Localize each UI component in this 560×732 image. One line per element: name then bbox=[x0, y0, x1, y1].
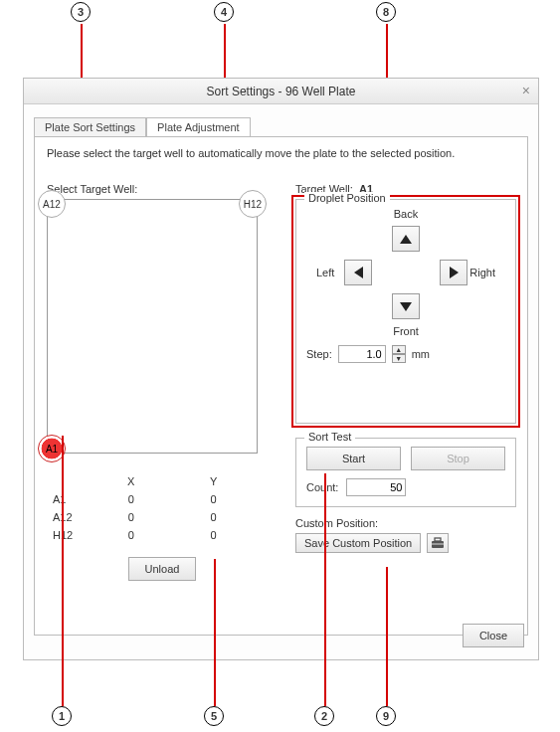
step-row: Step: ▲ ▼ mm bbox=[306, 345, 505, 363]
step-input[interactable] bbox=[338, 345, 386, 363]
save-custom-position-button[interactable]: Save Custom Position bbox=[295, 533, 421, 553]
well-a12[interactable]: A12 bbox=[38, 190, 66, 218]
unload-button[interactable]: Unload bbox=[128, 557, 197, 581]
triangle-down-icon bbox=[400, 302, 412, 311]
count-label: Count: bbox=[306, 481, 338, 493]
callout-line-9 bbox=[386, 567, 388, 706]
triangle-up-icon bbox=[400, 235, 412, 244]
sort-test-legend: Sort Test bbox=[304, 431, 355, 443]
triangle-left-icon bbox=[354, 267, 363, 278]
coord-header-y: Y bbox=[173, 473, 254, 489]
dpad-label-left: Left bbox=[316, 267, 334, 278]
instruction-text: Please select the target well to automat… bbox=[47, 147, 515, 159]
callout-3: 3 bbox=[71, 2, 91, 22]
svg-rect-1 bbox=[435, 538, 441, 541]
close-button[interactable]: Close bbox=[463, 624, 524, 647]
coordinates-table: X Y A1 0 0 A12 0 0 H12 0 bbox=[47, 471, 256, 545]
sort-test-group: Sort Test Start Stop Count: bbox=[295, 438, 516, 507]
callout-line-1 bbox=[62, 436, 64, 706]
start-button[interactable]: Start bbox=[306, 447, 401, 470]
step-spinner[interactable]: ▲ ▼ bbox=[392, 345, 406, 363]
tab-panel-plate-adjustment: Please select the target well to automat… bbox=[34, 136, 528, 636]
dpad-label-front: Front bbox=[393, 325, 419, 337]
coord-header-x: X bbox=[91, 473, 171, 489]
right-column: Target Well: A1 Droplet Position Back Fr… bbox=[295, 183, 516, 553]
callout-4: 4 bbox=[214, 2, 234, 22]
triangle-right-icon bbox=[450, 267, 459, 278]
arrow-down-button[interactable] bbox=[392, 293, 420, 319]
table-row: H12 0 0 bbox=[49, 527, 254, 543]
dialog-title: Sort Settings - 96 Well Plate bbox=[207, 85, 356, 98]
plate-diagram[interactable]: A12 H12 A1 bbox=[47, 199, 258, 454]
arrow-up-button[interactable] bbox=[392, 226, 420, 252]
arrow-left-button[interactable] bbox=[344, 260, 372, 285]
callout-line-5 bbox=[214, 559, 216, 706]
callout-2: 2 bbox=[314, 706, 334, 726]
left-column: Select Target Well: A12 H12 A1 X Y A1 0 bbox=[47, 183, 278, 581]
dpad-label-back: Back bbox=[394, 208, 418, 220]
tab-plate-sort-settings[interactable]: Plate Sort Settings bbox=[34, 117, 146, 136]
svg-rect-2 bbox=[432, 544, 444, 545]
step-up-icon[interactable]: ▲ bbox=[392, 345, 406, 354]
callout-line-2 bbox=[324, 473, 326, 706]
well-h12[interactable]: H12 bbox=[239, 190, 267, 218]
toolbox-svg-icon bbox=[431, 537, 445, 549]
tab-plate-adjustment[interactable]: Plate Adjustment bbox=[146, 117, 251, 136]
table-row: A12 0 0 bbox=[49, 509, 254, 525]
step-down-icon[interactable]: ▼ bbox=[392, 354, 406, 363]
table-row: A1 0 0 bbox=[49, 491, 254, 507]
callout-9: 9 bbox=[376, 706, 396, 726]
callout-1: 1 bbox=[52, 706, 72, 726]
close-icon[interactable]: × bbox=[522, 83, 530, 98]
custom-position-label: Custom Position: bbox=[295, 517, 516, 529]
arrow-right-button[interactable] bbox=[440, 260, 467, 285]
step-label: Step: bbox=[306, 348, 332, 360]
dpad-label-right: Right bbox=[469, 267, 495, 278]
dpad: Back Front Left Right bbox=[316, 208, 495, 337]
step-unit: mm bbox=[412, 348, 430, 360]
tab-strip: Plate Sort Settings Plate Adjustment bbox=[34, 114, 538, 136]
dialog-window: Sort Settings - 96 Well Plate × Plate So… bbox=[23, 78, 539, 660]
callout-8: 8 bbox=[376, 2, 396, 22]
count-input[interactable] bbox=[346, 478, 406, 496]
toolbox-icon[interactable] bbox=[427, 533, 449, 553]
dialog-titlebar: Sort Settings - 96 Well Plate × bbox=[24, 79, 538, 104]
droplet-position-group: Droplet Position Back Front Left Right S… bbox=[295, 199, 516, 424]
stop-button[interactable]: Stop bbox=[411, 447, 505, 470]
callout-5: 5 bbox=[204, 706, 224, 726]
droplet-position-legend: Droplet Position bbox=[304, 192, 390, 204]
